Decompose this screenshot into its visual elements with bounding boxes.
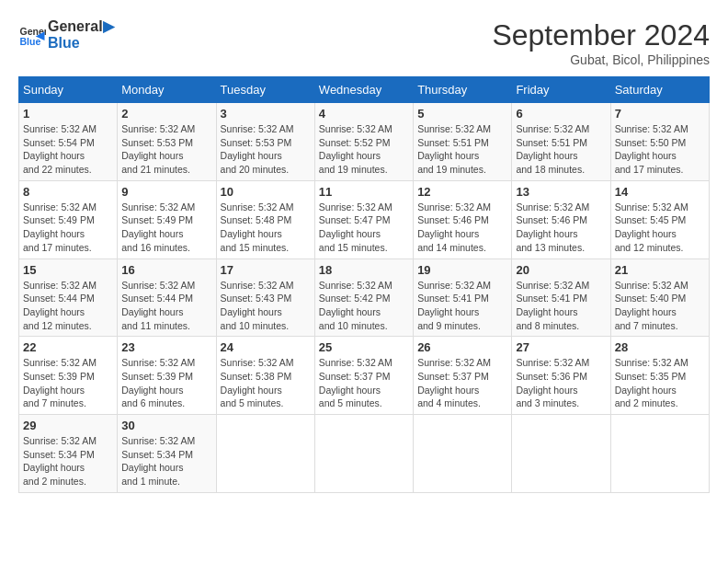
day-cell: 30 Sunrise: 5:32 AM Sunset: 5:34 PM Dayl… (118, 415, 216, 493)
day-cell: 29 Sunrise: 5:32 AM Sunset: 5:34 PM Dayl… (19, 415, 118, 493)
day-number: 16 (121, 263, 211, 277)
day-cell: 1 Sunrise: 5:32 AM Sunset: 5:54 PM Dayli… (19, 103, 118, 181)
day-number: 13 (516, 185, 606, 199)
day-number: 15 (23, 263, 113, 277)
page-header: General Blue General▶ Blue September 202… (18, 18, 710, 67)
day-cell: 20 Sunrise: 5:32 AM Sunset: 5:41 PM Dayl… (512, 259, 610, 337)
week-row-1: 1 Sunrise: 5:32 AM Sunset: 5:54 PM Dayli… (19, 103, 710, 181)
day-number: 25 (319, 340, 409, 354)
day-cell: 8 Sunrise: 5:32 AM Sunset: 5:49 PM Dayli… (19, 180, 118, 259)
day-number: 27 (516, 340, 606, 354)
day-cell: 19 Sunrise: 5:32 AM Sunset: 5:41 PM Dayl… (414, 259, 512, 337)
day-cell: 24 Sunrise: 5:32 AM Sunset: 5:38 PM Dayl… (216, 337, 314, 415)
day-info: Sunrise: 5:32 AM Sunset: 5:52 PM Dayligh… (319, 122, 409, 177)
day-info: Sunrise: 5:32 AM Sunset: 5:38 PM Dayligh… (221, 356, 311, 410)
day-number: 24 (221, 340, 311, 354)
day-info: Sunrise: 5:32 AM Sunset: 5:50 PM Dayligh… (615, 122, 705, 177)
day-info: Sunrise: 5:32 AM Sunset: 5:54 PM Dayligh… (23, 122, 113, 177)
day-info: Sunrise: 5:32 AM Sunset: 5:44 PM Dayligh… (121, 279, 211, 333)
column-header-sunday: Sunday (19, 77, 118, 103)
logo-blue: Blue (48, 35, 114, 52)
week-row-4: 22 Sunrise: 5:32 AM Sunset: 5:39 PM Dayl… (19, 337, 710, 415)
day-cell: 21 Sunrise: 5:32 AM Sunset: 5:40 PM Dayl… (610, 259, 709, 337)
day-cell (216, 415, 314, 493)
day-number: 8 (23, 185, 113, 199)
day-number: 9 (121, 185, 211, 199)
day-info: Sunrise: 5:32 AM Sunset: 5:35 PM Dayligh… (615, 356, 705, 410)
day-cell: 17 Sunrise: 5:32 AM Sunset: 5:43 PM Dayl… (216, 259, 314, 337)
day-cell: 28 Sunrise: 5:32 AM Sunset: 5:35 PM Dayl… (610, 337, 709, 415)
title-block: September 2024 Gubat, Bicol, Philippines (492, 18, 710, 67)
day-cell (512, 415, 610, 493)
day-info: Sunrise: 5:32 AM Sunset: 5:44 PM Dayligh… (23, 279, 113, 333)
day-number: 6 (516, 107, 606, 121)
day-cell: 3 Sunrise: 5:32 AM Sunset: 5:53 PM Dayli… (216, 103, 314, 181)
week-row-5: 29 Sunrise: 5:32 AM Sunset: 5:34 PM Dayl… (19, 415, 710, 493)
column-header-monday: Monday (118, 77, 216, 103)
column-header-thursday: Thursday (414, 77, 512, 103)
column-header-saturday: Saturday (610, 77, 709, 103)
day-number: 29 (23, 419, 113, 432)
month-title: September 2024 (492, 18, 710, 52)
day-info: Sunrise: 5:32 AM Sunset: 5:46 PM Dayligh… (417, 201, 507, 255)
calendar-table: SundayMondayTuesdayWednesdayThursdayFrid… (18, 76, 710, 493)
day-cell: 4 Sunrise: 5:32 AM Sunset: 5:52 PM Dayli… (314, 103, 413, 181)
day-cell: 22 Sunrise: 5:32 AM Sunset: 5:39 PM Dayl… (19, 337, 118, 415)
day-cell: 27 Sunrise: 5:32 AM Sunset: 5:36 PM Dayl… (512, 337, 610, 415)
day-number: 30 (121, 419, 211, 432)
day-cell: 16 Sunrise: 5:32 AM Sunset: 5:44 PM Dayl… (118, 259, 216, 337)
day-number: 5 (417, 107, 507, 121)
day-info: Sunrise: 5:32 AM Sunset: 5:34 PM Dayligh… (121, 434, 211, 488)
day-cell (414, 415, 512, 493)
day-cell: 25 Sunrise: 5:32 AM Sunset: 5:37 PM Dayl… (314, 337, 413, 415)
day-number: 11 (319, 185, 409, 199)
day-number: 17 (221, 263, 311, 277)
day-info: Sunrise: 5:32 AM Sunset: 5:34 PM Dayligh… (23, 434, 113, 488)
location: Gubat, Bicol, Philippines (492, 52, 710, 67)
column-header-tuesday: Tuesday (216, 77, 314, 103)
day-info: Sunrise: 5:32 AM Sunset: 5:41 PM Dayligh… (417, 279, 507, 333)
day-number: 2 (121, 107, 211, 121)
day-cell: 9 Sunrise: 5:32 AM Sunset: 5:49 PM Dayli… (118, 180, 216, 259)
day-number: 18 (319, 263, 409, 277)
day-number: 19 (417, 263, 507, 277)
day-cell: 18 Sunrise: 5:32 AM Sunset: 5:42 PM Dayl… (314, 259, 413, 337)
day-number: 23 (121, 340, 211, 354)
day-info: Sunrise: 5:32 AM Sunset: 5:51 PM Dayligh… (417, 122, 507, 177)
day-info: Sunrise: 5:32 AM Sunset: 5:53 PM Dayligh… (121, 122, 211, 177)
day-number: 14 (615, 185, 705, 199)
day-info: Sunrise: 5:32 AM Sunset: 5:47 PM Dayligh… (319, 201, 409, 255)
day-info: Sunrise: 5:32 AM Sunset: 5:36 PM Dayligh… (516, 356, 606, 410)
column-header-wednesday: Wednesday (314, 77, 413, 103)
column-header-friday: Friday (512, 77, 610, 103)
day-info: Sunrise: 5:32 AM Sunset: 5:40 PM Dayligh… (615, 279, 705, 333)
day-number: 1 (23, 107, 113, 121)
day-info: Sunrise: 5:32 AM Sunset: 5:49 PM Dayligh… (121, 201, 211, 255)
week-row-2: 8 Sunrise: 5:32 AM Sunset: 5:49 PM Dayli… (19, 180, 710, 259)
day-cell: 15 Sunrise: 5:32 AM Sunset: 5:44 PM Dayl… (19, 259, 118, 337)
day-number: 28 (615, 340, 705, 354)
day-number: 21 (615, 263, 705, 277)
day-cell (610, 415, 709, 493)
day-info: Sunrise: 5:32 AM Sunset: 5:37 PM Dayligh… (319, 356, 409, 410)
day-number: 4 (319, 107, 409, 121)
week-row-3: 15 Sunrise: 5:32 AM Sunset: 5:44 PM Dayl… (19, 259, 710, 337)
svg-text:Blue: Blue (20, 35, 41, 46)
logo-general: General▶ (48, 18, 114, 35)
day-number: 20 (516, 263, 606, 277)
day-number: 26 (417, 340, 507, 354)
logo-icon: General Blue (18, 21, 46, 49)
day-number: 12 (417, 185, 507, 199)
day-cell: 12 Sunrise: 5:32 AM Sunset: 5:46 PM Dayl… (414, 180, 512, 259)
day-info: Sunrise: 5:32 AM Sunset: 5:37 PM Dayligh… (417, 356, 507, 410)
day-cell: 6 Sunrise: 5:32 AM Sunset: 5:51 PM Dayli… (512, 103, 610, 181)
day-cell: 11 Sunrise: 5:32 AM Sunset: 5:47 PM Dayl… (314, 180, 413, 259)
day-info: Sunrise: 5:32 AM Sunset: 5:49 PM Dayligh… (23, 201, 113, 255)
day-cell: 14 Sunrise: 5:32 AM Sunset: 5:45 PM Dayl… (610, 180, 709, 259)
day-number: 22 (23, 340, 113, 354)
day-cell: 10 Sunrise: 5:32 AM Sunset: 5:48 PM Dayl… (216, 180, 314, 259)
day-number: 10 (221, 185, 311, 199)
day-info: Sunrise: 5:32 AM Sunset: 5:51 PM Dayligh… (516, 122, 606, 177)
header-row: SundayMondayTuesdayWednesdayThursdayFrid… (19, 77, 710, 103)
day-info: Sunrise: 5:32 AM Sunset: 5:43 PM Dayligh… (221, 279, 311, 333)
